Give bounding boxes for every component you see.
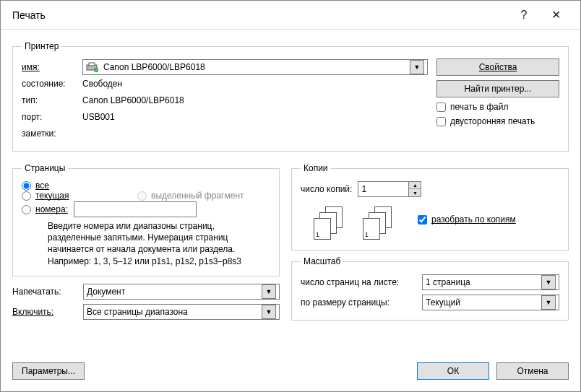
type-value: Canon LBP6000/LBP6018	[82, 95, 184, 105]
pages-current-radio[interactable]: текущая	[22, 191, 137, 201]
printer-selected: Canon LBP6000/LBP6018	[103, 62, 405, 72]
chevron-down-icon[interactable]: ▼	[410, 60, 424, 74]
pages-per-sheet-select[interactable]: 1 страница ▼	[422, 274, 559, 290]
printer-name-select[interactable]: Canon LBP6000/LBP6018 ▼	[82, 59, 428, 75]
copies-count-label: число копий:	[301, 184, 352, 194]
copies-group: Копии число копий: ▲ ▼	[291, 163, 569, 251]
cancel-button[interactable]: Отмена	[496, 362, 569, 380]
help-button[interactable]: ?	[508, 1, 540, 30]
include-label: Включить:	[12, 307, 77, 317]
pages-all-radio[interactable]: все	[22, 180, 137, 191]
options-button[interactable]: Параметры...	[12, 362, 85, 380]
pages-legend: Страницы	[22, 163, 68, 173]
ok-button[interactable]: ОК	[417, 362, 489, 380]
pages-per-sheet-label: число страниц на листе:	[301, 277, 416, 287]
pages-numbers-radio[interactable]: номера:	[22, 204, 68, 214]
status-label: состояние:	[22, 79, 77, 89]
pages-hint: Введите номера или диапазоны страниц, ра…	[48, 220, 270, 267]
print-what-label: Напечатать:	[12, 287, 77, 297]
status-value: Свободен	[82, 79, 122, 89]
window-title: Печать	[12, 9, 508, 21]
notes-label: заметки:	[22, 129, 77, 139]
scale-legend: Масштаб	[301, 256, 343, 266]
spin-up[interactable]: ▲	[409, 182, 421, 189]
chevron-down-icon[interactable]: ▼	[541, 275, 556, 289]
chevron-down-icon[interactable]: ▼	[541, 295, 556, 310]
duplex-input[interactable]	[436, 117, 446, 126]
printer-icon	[86, 62, 99, 72]
printer-group: Принтер имя: Canon LBP6000/LBP6018 ▼	[12, 41, 569, 152]
copies-legend: Копии	[301, 163, 331, 173]
port-label: порт:	[22, 112, 77, 122]
properties-button[interactable]: Свойства	[436, 58, 559, 76]
spin-down[interactable]: ▼	[409, 189, 421, 196]
copies-count-input[interactable]	[358, 181, 408, 197]
pages-selection-input	[137, 191, 147, 201]
close-button[interactable]: ✕	[540, 1, 572, 30]
port-value: USB001	[82, 112, 115, 122]
copies-spinner[interactable]: ▲ ▼	[358, 181, 421, 197]
chevron-down-icon[interactable]: ▼	[262, 305, 276, 319]
button-bar: Параметры... ОК Отмена	[12, 362, 569, 380]
find-printer-button[interactable]: Найти принтер...	[436, 80, 559, 97]
dialog-content: Принтер имя: Canon LBP6000/LBP6018 ▼	[1, 30, 580, 338]
print-to-file-checkbox[interactable]: печать в файл	[436, 102, 559, 112]
printer-legend: Принтер	[22, 41, 61, 51]
name-label: имя:	[22, 62, 77, 72]
collate-illustration: 3 2 1 3 2 1	[314, 206, 397, 241]
pages-numbers-field[interactable]	[74, 201, 197, 217]
print-dialog: Печать ? ✕ Принтер имя: Canon LBP6000/LB…	[0, 0, 581, 392]
type-label: тип:	[22, 95, 77, 105]
duplex-checkbox[interactable]: двусторонняя печать	[436, 116, 559, 126]
page-size-label: по размеру страницы:	[301, 297, 416, 308]
pages-group: Страницы все текущая	[12, 163, 280, 276]
include-select[interactable]: Все страницы диапазона ▼	[83, 304, 280, 320]
scale-group: Масштаб число страниц на листе: 1 страни…	[291, 256, 569, 321]
pages-selection-radio: выделенный фрагмент	[137, 191, 244, 201]
print-what-select[interactable]: Документ ▼	[83, 284, 280, 300]
titlebar: Печать ? ✕	[1, 1, 580, 30]
pages-all-input[interactable]	[22, 181, 31, 191]
collate-checkbox[interactable]: разобрать по копиям	[418, 214, 516, 225]
collate-input[interactable]	[418, 215, 427, 225]
svg-rect-1	[89, 63, 95, 66]
spinner-buttons: ▲ ▼	[408, 181, 421, 197]
print-to-file-input[interactable]	[436, 103, 446, 112]
pages-numbers-input[interactable]	[22, 205, 31, 214]
chevron-down-icon[interactable]: ▼	[262, 284, 276, 299]
pages-current-input[interactable]	[22, 191, 31, 201]
page-size-select[interactable]: Текущий ▼	[422, 295, 559, 310]
